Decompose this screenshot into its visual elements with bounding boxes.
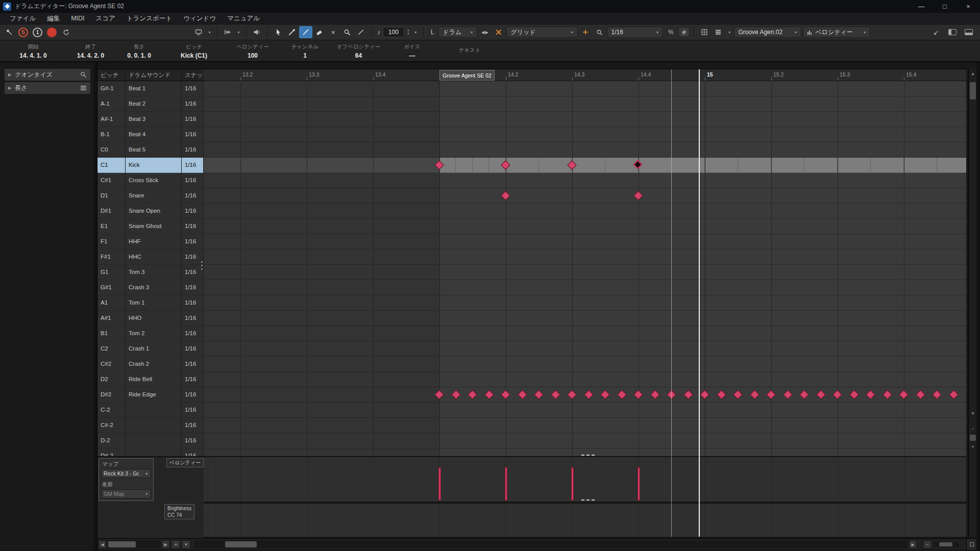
close-button[interactable]: × [957,0,980,13]
grid-type-dropdown[interactable]: グリッド ▼ [506,27,578,38]
row-zoom-menu-button[interactable]: ▼ [182,540,190,548]
chevron-down-icon[interactable]: ▼ [726,31,732,34]
menu-item[interactable]: ウィンドウ [178,13,222,24]
note-event[interactable] [567,390,576,399]
velocity-bar[interactable] [638,467,640,500]
menu-item[interactable]: トランスポート [121,13,178,24]
drum-row-cell[interactable]: A#-1 [97,112,126,127]
info-field[interactable]: ボイス— [388,40,436,61]
zoom-out-button[interactable]: − [923,540,932,548]
drum-row-cell[interactable]: C#-2 [97,418,126,433]
drum-row-cell[interactable]: Snare Ghost [126,219,182,234]
list-scrollbar-thumb[interactable] [108,541,136,547]
note-event[interactable] [451,390,460,399]
note-event[interactable] [434,390,444,399]
window-layout-left-icon[interactable] [946,26,959,38]
drum-row-cell[interactable]: 1/16 [182,173,204,188]
minimize-button[interactable]: — [910,0,933,13]
drum-row-cell[interactable]: 1/16 [182,341,204,357]
auto-select-controllers-button[interactable]: 1 [33,28,42,37]
drum-row-cell[interactable]: 1/16 [182,418,204,433]
drum-row-cell[interactable]: Cross Stick [126,173,182,188]
velocity-bar[interactable] [505,467,507,500]
v-zoom-out-button[interactable]: − [969,425,976,432]
drumstick-tool-button[interactable] [285,26,299,38]
line-tool-button[interactable] [299,26,312,38]
autoscroll-icon[interactable] [222,26,234,38]
stepper-up-icon[interactable]: ▲ [407,29,410,32]
drum-row-cell[interactable]: Crash 3 [126,280,182,295]
drum-row-cell[interactable]: C#2 [97,357,126,372]
editor-display-icon[interactable] [192,26,205,38]
select-tool-button[interactable] [272,26,285,38]
menu-item[interactable]: ファイル [4,13,41,24]
eraser-tool-button[interactable] [313,26,326,38]
quantize-panel-item[interactable]: ▶ クオンタイズ [5,69,90,81]
info-field[interactable]: 終了14. 4. 2. 0 [66,40,115,61]
vertical-scrollbar[interactable]: ▲ ▼ − + [968,69,976,537]
drum-row-cell[interactable]: 1/16 [182,433,204,448]
drum-row-cell[interactable]: 1/16 [182,127,204,142]
drum-row-cell[interactable]: D#2 [97,387,126,403]
row-zoom-in-button[interactable]: + [172,540,180,548]
drum-row-cell[interactable]: Crash 1 [126,341,182,357]
velocity-lane[interactable] [204,456,966,502]
drum-row-cell[interactable]: Snare [126,188,182,204]
note-event[interactable] [899,390,908,399]
horizontal-scrollbar[interactable] [194,540,908,548]
drum-row-cell[interactable]: 1/16 [182,295,204,311]
drum-row-cell[interactable]: G#-1 [97,81,126,96]
insert-length-button[interactable]: L [428,29,437,36]
drum-row-cell[interactable]: B1 [97,326,126,341]
drum-row-cell[interactable]: 1/16 [182,448,204,456]
iterative-quantize-icon[interactable]: % [665,26,677,38]
cc-lane[interactable] [204,503,966,537]
part-selector-dropdown[interactable]: Groove Agen.02 ▼ [734,27,801,38]
note-event[interactable] [766,390,775,399]
drum-row-cell[interactable]: D-2 [97,433,126,448]
mute-tool-button[interactable]: × [327,26,340,38]
name-dropdown[interactable]: GM Map ▼ [101,489,151,498]
info-field[interactable]: 長さ0. 0. 1. 0 [115,40,163,61]
quantize-icon[interactable] [593,26,605,38]
note-event[interactable] [584,390,593,399]
velocity-bar[interactable] [571,467,574,500]
horizontal-scrollbar-thumb[interactable] [225,541,257,547]
note-event[interactable] [600,390,609,399]
note-event[interactable] [916,390,925,399]
scroll-down-button[interactable]: ▼ [969,410,976,417]
velocity-bar[interactable] [438,467,441,500]
drum-row-cell[interactable]: A-1 [97,96,126,112]
zoom-slider[interactable] [934,542,959,547]
drum-row-cell[interactable]: HHC [126,249,182,265]
drum-row-cell[interactable]: HHF [126,234,182,249]
note-event[interactable] [667,390,676,399]
scroll-up-button[interactable]: ▲ [969,70,976,77]
menu-item[interactable]: MIDI [65,14,90,23]
drum-row-cell[interactable]: G1 [97,265,126,280]
drum-row-cell[interactable]: 1/16 [182,234,204,249]
note-event[interactable] [700,390,709,399]
info-field[interactable]: ピッチKick (C1) [163,40,225,61]
solo-button[interactable]: S [18,28,28,37]
note-event[interactable] [832,390,842,399]
scroll-right-button[interactable]: ▶ [909,540,917,548]
insert-velocity-value[interactable]: 100 [383,27,404,37]
info-field[interactable]: テキスト [436,40,503,61]
drum-row-cell[interactable]: Beat 1 [126,81,182,96]
pitch-column-header[interactable]: ピッチ [97,69,126,81]
drum-row-cell[interactable]: D#-2 [97,448,126,456]
drum-row-cell[interactable]: D#1 [97,204,126,219]
drum-row-cell[interactable]: 1/16 [182,311,204,326]
drum-row-cell[interactable]: Tom 3 [126,265,182,280]
note-event[interactable] [501,160,510,169]
drum-row-cell[interactable]: 1/16 [182,326,204,341]
zoom-slider-thumb[interactable] [939,542,952,546]
note-event[interactable] [849,390,859,399]
draw-tool-button[interactable] [354,26,368,38]
note-event[interactable] [468,390,477,399]
list-scrollbar[interactable] [107,540,161,548]
note-event[interactable] [633,191,643,200]
note-event[interactable] [750,390,759,399]
drum-row-cell[interactable]: 1/16 [182,280,204,295]
